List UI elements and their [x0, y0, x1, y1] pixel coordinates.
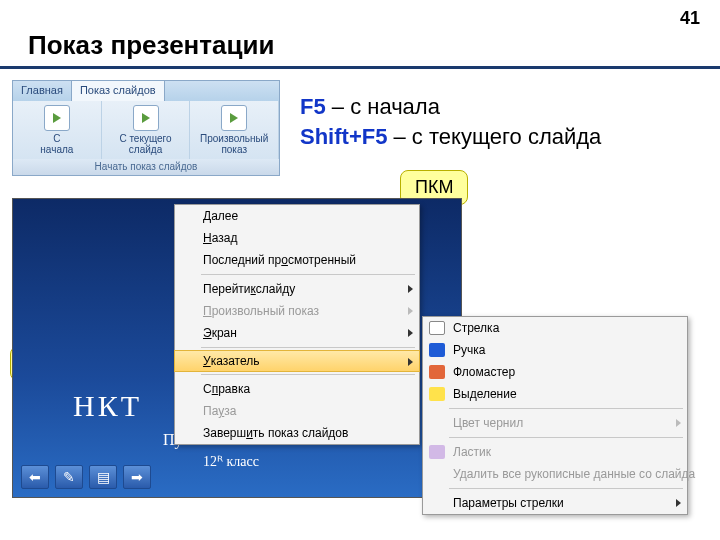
ribbon: Главная Показ слайдов С начала С текущег…	[12, 80, 280, 176]
prev-slide-button[interactable]: ⬅	[21, 465, 49, 489]
submenu-label: Цвет чернил	[453, 416, 523, 430]
menu-button[interactable]: ▤	[89, 465, 117, 489]
chevron-right-icon	[676, 419, 681, 427]
menu-separator	[201, 274, 415, 275]
ribbon-tab-home[interactable]: Главная	[13, 81, 72, 101]
page-title: Показ презентации	[28, 30, 274, 61]
submenu-item[interactable]: Фломастер	[423, 361, 687, 383]
ribbon-btn-label: С начала	[40, 133, 73, 155]
menu-item[interactable]: Далее	[175, 205, 419, 227]
color-swatch-icon	[429, 343, 445, 357]
color-swatch-icon	[429, 321, 445, 335]
menu-item[interactable]: Последний просмотренный	[175, 249, 419, 271]
menu-separator	[449, 437, 683, 438]
menu-item[interactable]: Перейти к слайду	[175, 278, 419, 300]
submenu-label: Ластик	[453, 445, 491, 459]
submenu-item: Ластик	[423, 441, 687, 463]
next-slide-button[interactable]: ➡	[123, 465, 151, 489]
menu-separator	[449, 408, 683, 409]
ribbon-tabs: Главная Показ слайдов	[13, 81, 279, 101]
shortcut-desc: – с начала	[326, 94, 440, 119]
ribbon-btn-label: С текущего слайда	[119, 133, 171, 155]
shortcut-desc: – с текущего слайда	[387, 124, 601, 149]
submenu-label: Фломастер	[453, 365, 515, 379]
menu-separator	[449, 488, 683, 489]
color-swatch-icon	[429, 387, 445, 401]
ribbon-tab-slideshow[interactable]: Показ слайдов	[72, 81, 165, 101]
slide-big-text: НКТ	[73, 389, 142, 423]
submenu-label: Стрелка	[453, 321, 499, 335]
color-swatch-icon	[429, 445, 445, 459]
submenu-item: Удалить все рукописные данные со слайда	[423, 463, 687, 485]
title-rule	[0, 66, 720, 69]
page-number: 41	[680, 8, 700, 29]
play-icon	[221, 105, 247, 131]
submenu-item[interactable]: Выделение	[423, 383, 687, 405]
ribbon-btn-from-start[interactable]: С начала	[13, 101, 102, 159]
chevron-right-icon	[408, 285, 413, 293]
submenu-label: Выделение	[453, 387, 517, 401]
menu-item[interactable]: Экран	[175, 322, 419, 344]
ribbon-btn-custom[interactable]: Произвольный показ	[190, 101, 279, 159]
menu-item: Пауза	[175, 400, 419, 422]
pointer-submenu: СтрелкаРучкаФломастерВыделениеЦвет черни…	[422, 316, 688, 515]
pen-button[interactable]: ✎	[55, 465, 83, 489]
chevron-right-icon	[408, 307, 413, 315]
submenu-label: Параметры стрелки	[453, 496, 564, 510]
shortcut-text: F5 – с начала Shift+F5 – с текущего слай…	[300, 92, 601, 151]
menu-item[interactable]: Завершить показ слайдов	[175, 422, 419, 444]
play-icon	[133, 105, 159, 131]
submenu-item: Цвет чернил	[423, 412, 687, 434]
ribbon-body: С начала С текущего слайда Произвольный …	[13, 101, 279, 159]
ribbon-btn-from-current[interactable]: С текущего слайда	[102, 101, 191, 159]
submenu-item[interactable]: Стрелка	[423, 317, 687, 339]
slide-class: 12ᴿ класс	[203, 453, 259, 470]
submenu-item[interactable]: Параметры стрелки	[423, 492, 687, 514]
menu-separator	[201, 374, 415, 375]
menu-separator	[201, 347, 415, 348]
menu-item[interactable]: Назад	[175, 227, 419, 249]
color-swatch-icon	[429, 365, 445, 379]
context-menu: ДалееНазадПоследний просмотренныйПерейти…	[174, 204, 420, 445]
kbd-f5: F5	[300, 94, 326, 119]
slide-controls: ⬅ ✎ ▤ ➡	[21, 465, 151, 489]
chevron-right-icon	[408, 358, 413, 366]
submenu-label: Ручка	[453, 343, 485, 357]
play-icon	[44, 105, 70, 131]
menu-item: Произвольный показ	[175, 300, 419, 322]
ribbon-btn-label: Произвольный показ	[200, 133, 268, 155]
kbd-shift-f5: Shift+F5	[300, 124, 387, 149]
chevron-right-icon	[676, 499, 681, 507]
menu-item[interactable]: Указатель	[174, 350, 420, 372]
menu-item[interactable]: Справка	[175, 378, 419, 400]
submenu-item[interactable]: Ручка	[423, 339, 687, 361]
submenu-label: Удалить все рукописные данные со слайда	[453, 467, 695, 481]
chevron-right-icon	[408, 329, 413, 337]
ribbon-group-caption: Начать показ слайдов	[13, 159, 279, 175]
